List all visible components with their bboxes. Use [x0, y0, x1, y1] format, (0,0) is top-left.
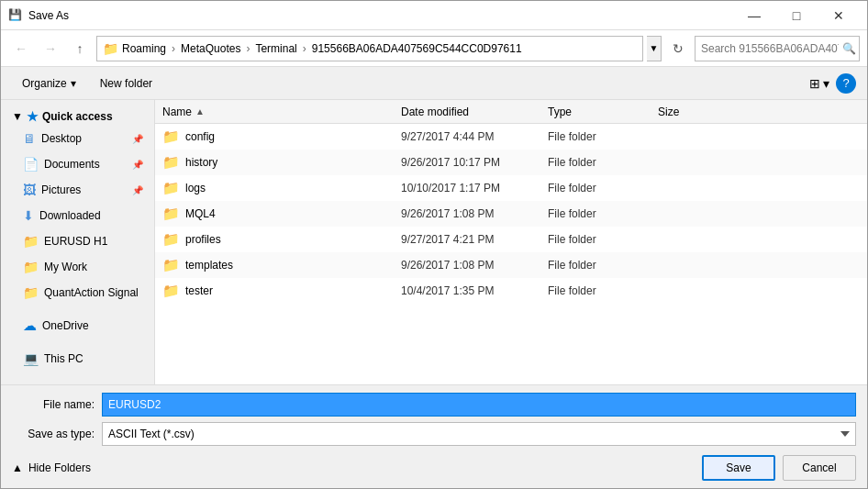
folder-icon: 📁: [162, 206, 180, 222]
breadcrumb-metaquotes[interactable]: MetaQuotes: [181, 42, 240, 55]
view-button[interactable]: ⊞ ▾: [807, 71, 832, 96]
filename-label: File name:: [12, 398, 95, 411]
cancel-button[interactable]: Cancel: [783, 455, 856, 481]
desktop-icon: 🖥: [23, 131, 36, 146]
file-type: File folder: [548, 130, 658, 143]
download-icon: ⬇: [23, 208, 34, 223]
filename-input[interactable]: [102, 393, 856, 417]
maximize-button[interactable]: □: [775, 1, 818, 30]
sidebar-item-eurusd[interactable]: 📁 EURUSD H1: [1, 228, 154, 254]
hide-folders-label: Hide Folders: [28, 461, 91, 474]
folder-icon: 📁: [23, 260, 39, 274]
hide-folders-button[interactable]: ▲ Hide Folders: [12, 458, 91, 478]
quick-access-label: Quick access: [42, 110, 113, 123]
chevron-down-icon: ▼: [12, 110, 23, 123]
refresh-button[interactable]: ↻: [665, 36, 691, 61]
title-bar-controls: — □ ✕: [733, 1, 860, 30]
address-dropdown[interactable]: ▼: [647, 36, 662, 61]
file-name: tester: [185, 284, 213, 297]
breadcrumb-terminal[interactable]: Terminal: [255, 42, 296, 55]
pin-icon: 📌: [132, 134, 143, 144]
organize-chevron: ▾: [71, 77, 76, 90]
breadcrumb-guid[interactable]: 915566BA06ADA407569C544CC0D97611: [312, 42, 522, 55]
sidebar-item-pictures[interactable]: 🖼 Pictures 📌: [1, 177, 154, 203]
back-button[interactable]: ←: [8, 36, 34, 61]
file-date: 9/27/2017 4:44 PM: [401, 130, 548, 143]
up-button[interactable]: ↑: [67, 36, 93, 61]
file-type: File folder: [548, 233, 658, 246]
main-content: ▼ ★ Quick access 🖥 Desktop 📌 📄 Documents…: [1, 100, 867, 384]
file-name: profiles: [185, 233, 221, 246]
file-date: 10/10/2017 1:17 PM: [401, 182, 548, 194]
file-rows-container: 📁 config 9/27/2017 4:44 PM File folder 📁…: [155, 124, 867, 304]
sidebar-item-downloaded[interactable]: ⬇ Downloaded: [1, 203, 154, 228]
saveastype-label: Save as type:: [12, 428, 95, 440]
sidebar-item-label: Documents: [44, 158, 100, 171]
table-row[interactable]: 📁 templates 9/26/2017 1:08 PM File folde…: [155, 252, 867, 278]
pin-icon: 📌: [132, 160, 143, 170]
breadcrumb-sep-2: ›: [246, 42, 250, 55]
toolbar-right: ⊞ ▾ ?: [807, 71, 856, 96]
star-icon: ★: [27, 109, 39, 124]
sidebar-item-documents[interactable]: 📄 Documents 📌: [1, 151, 154, 177]
file-name: logs: [185, 182, 206, 194]
chevron-up-icon: ▲: [12, 461, 23, 474]
saveastype-select[interactable]: ASCII Text (*.csv): [102, 422, 856, 446]
help-button[interactable]: ?: [836, 73, 856, 94]
new-folder-button[interactable]: New folder: [90, 71, 162, 96]
sidebar-item-label: QuantAction Signal: [44, 286, 139, 299]
address-bar: ← → ↑ 📁 Roaming › MetaQuotes › Terminal …: [1, 30, 867, 67]
saveastype-row: Save as type: ASCII Text (*.csv): [12, 422, 856, 446]
col-type-header[interactable]: Type: [548, 106, 658, 118]
save-button[interactable]: Save: [702, 455, 775, 481]
organize-label: Organize: [22, 77, 67, 90]
sidebar-item-desktop[interactable]: 🖥 Desktop 📌: [1, 126, 154, 151]
quick-access-header: ▼ ★ Quick access: [1, 104, 154, 126]
file-list: Name ▲ Date modified Type Size 📁 config …: [155, 100, 867, 384]
table-row[interactable]: 📁 profiles 9/27/2017 4:21 PM File folder: [155, 227, 867, 252]
search-box[interactable]: 🔍: [695, 36, 860, 61]
sidebar-item-mywork[interactable]: 📁 My Work: [1, 254, 154, 280]
col-date-header[interactable]: Date modified: [401, 106, 548, 118]
search-input[interactable]: [701, 42, 839, 55]
folder-icon: 📁: [103, 41, 118, 56]
file-type: File folder: [548, 156, 658, 169]
sidebar-item-label: This PC: [44, 352, 83, 365]
sidebar-item-thispc[interactable]: 💻 This PC: [1, 346, 154, 372]
forward-button[interactable]: →: [38, 36, 63, 61]
file-name: templates: [185, 259, 233, 272]
table-row[interactable]: 📁 logs 10/10/2017 1:17 PM File folder: [155, 175, 867, 201]
file-date: 10/4/2017 1:35 PM: [401, 284, 548, 297]
sidebar-item-onedrive[interactable]: ☁ OneDrive: [1, 313, 154, 339]
sidebar-item-label: Desktop: [41, 132, 82, 145]
thispc-icon: 💻: [23, 351, 39, 366]
filename-row: File name:: [12, 393, 856, 417]
file-date: 9/26/2017 10:17 PM: [401, 156, 548, 169]
pictures-icon: 🖼: [23, 183, 36, 197]
col-size-header[interactable]: Size: [658, 106, 731, 118]
table-row[interactable]: 📁 history 9/26/2017 10:17 PM File folder: [155, 150, 867, 175]
sidebar-item-label: Pictures: [41, 183, 81, 196]
folder-icon: 📁: [162, 128, 180, 145]
breadcrumb-roaming[interactable]: Roaming: [122, 42, 166, 55]
bottom-panel: File name: Save as type: ASCII Text (*.c…: [1, 384, 867, 488]
table-row[interactable]: 📁 tester 10/4/2017 1:35 PM File folder: [155, 278, 867, 304]
file-date: 9/26/2017 1:08 PM: [401, 259, 548, 272]
file-date: 9/26/2017 1:08 PM: [401, 207, 548, 220]
col-name-header[interactable]: Name ▲: [162, 106, 401, 118]
table-row[interactable]: 📁 MQL4 9/26/2017 1:08 PM File folder: [155, 201, 867, 227]
organize-button[interactable]: Organize ▾: [12, 71, 86, 96]
minimize-button[interactable]: —: [733, 1, 775, 30]
toolbar: Organize ▾ New folder ⊞ ▾ ?: [1, 67, 867, 100]
file-name: MQL4: [185, 207, 216, 220]
onedrive-icon: ☁: [23, 317, 37, 334]
sort-arrow: ▲: [195, 106, 205, 117]
bottom-footer: ▲ Hide Folders Save Cancel: [12, 451, 856, 481]
sidebar-item-label: EURUSD H1: [44, 235, 107, 248]
table-row[interactable]: 📁 config 9/27/2017 4:44 PM File folder: [155, 124, 867, 150]
sidebar-item-quantaction[interactable]: 📁 QuantAction Signal: [1, 280, 154, 306]
window-title: Save As: [28, 9, 69, 22]
breadcrumb-sep-3: ›: [303, 42, 306, 55]
file-type: File folder: [548, 207, 658, 220]
close-button[interactable]: ✕: [818, 1, 860, 30]
